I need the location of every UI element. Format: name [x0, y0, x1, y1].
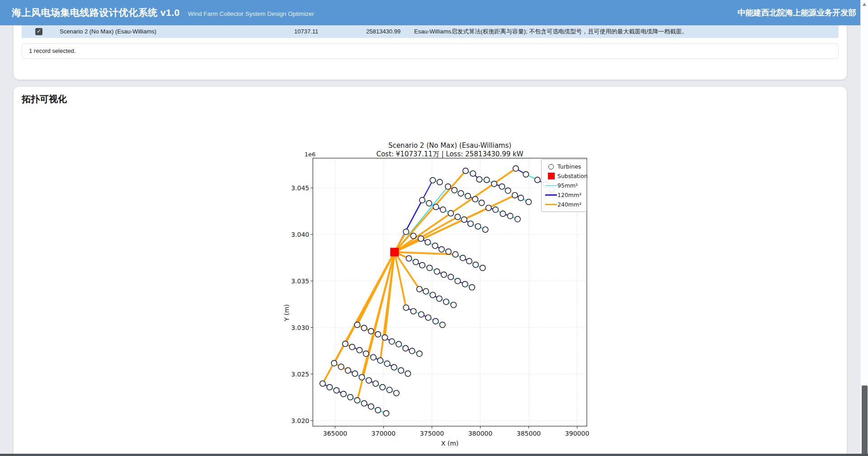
turbine-marker: [418, 236, 424, 241]
turbine-marker: [340, 391, 346, 397]
turbine-marker: [357, 348, 362, 353]
turbine-marker: [499, 184, 505, 189]
scenario-cost-cell: 10737.11: [221, 25, 318, 38]
turbine-marker: [512, 193, 518, 198]
turbine-marker: [380, 385, 385, 390]
turbine-marker: [523, 172, 528, 177]
turbine-marker: [417, 351, 422, 356]
turbine-marker: [473, 262, 478, 268]
x-tick-label: 375000: [411, 429, 452, 437]
turbine-marker: [359, 374, 364, 380]
turbine-marker: [361, 325, 367, 331]
turbine-marker: [394, 390, 399, 395]
turbine-marker: [437, 179, 443, 185]
turbine-marker: [433, 319, 438, 324]
row-checkbox-checked-icon[interactable]: [35, 28, 42, 35]
turbine-marker: [373, 381, 378, 386]
turbine-marker: [348, 395, 353, 400]
window-bottom-edge: [0, 454, 868, 456]
topology-chart: Scenario 2 (No Max) (Esau-Williams) Cost…: [267, 138, 628, 456]
legend-item: 240mm²: [545, 200, 583, 209]
app-subtitle: Wind Farm Collector System Design Optimi…: [188, 10, 314, 17]
legend-item: Turbines: [545, 162, 583, 171]
turbine-marker: [338, 364, 344, 369]
turbine-marker: [445, 184, 451, 189]
turbine-marker: [455, 214, 460, 220]
turbine-marker: [334, 388, 339, 393]
turbine-marker: [440, 322, 445, 328]
records-selected-text: 1 record selected.: [22, 44, 838, 58]
turbine-marker: [417, 287, 422, 292]
turbine-marker: [465, 193, 471, 199]
legend-label: Substation: [557, 173, 588, 179]
legend-label: Turbines: [557, 163, 581, 170]
turbine-marker: [518, 195, 524, 201]
turbine-marker: [436, 296, 442, 301]
turbine-marker: [430, 178, 435, 183]
turbine-marker: [452, 188, 457, 193]
turbine-marker: [371, 354, 376, 360]
turbine-marker: [472, 197, 478, 202]
turbine-marker: [343, 341, 348, 347]
turbine-marker: [420, 197, 425, 203]
scenario-name-cell: Scenario 2 (No Max) (Esau-Williams): [60, 25, 156, 38]
turbine-marker: [430, 292, 435, 297]
turbine-marker: [443, 299, 449, 305]
turbine-marker: [470, 171, 476, 176]
turbine-marker: [389, 338, 395, 344]
turbine-marker: [413, 259, 418, 265]
topology-card: 拓扑可视化 Scenario 2 (No Max) (Esau-Williams…: [14, 87, 847, 456]
x-tick-label: 385000: [509, 429, 549, 437]
turbine-marker: [382, 335, 387, 340]
x-tick-label: 390000: [557, 429, 598, 437]
legend-label: 240mm²: [557, 201, 581, 208]
legend-item: 95mm²: [545, 181, 583, 190]
cable-legend-icon-120: [545, 194, 557, 195]
turbine-marker: [403, 305, 409, 310]
x-tick-label: 365000: [315, 429, 355, 437]
turbine-marker: [354, 398, 360, 403]
turbine-marker: [391, 364, 396, 370]
turbine-marker: [320, 381, 325, 386]
scrollbar-thumb[interactable]: [862, 385, 868, 456]
y-tick-label: 3.035: [281, 277, 309, 285]
turbine-marker: [462, 282, 467, 287]
scenario-table-row[interactable]: Scenario 2 (No Max) (Esau-Williams) 1073…: [22, 25, 839, 38]
turbine-marker: [491, 181, 497, 187]
turbine-marker: [468, 221, 473, 226]
turbine-marker: [513, 166, 519, 171]
turbine-marker: [331, 360, 337, 366]
turbine-marker: [433, 204, 439, 210]
turbine-marker: [387, 387, 392, 392]
turbine-marker: [448, 274, 453, 280]
page-scrollbar[interactable]: [860, 0, 868, 456]
organization-label: 中能建西北院海上能源业务开发部: [738, 7, 857, 18]
turbine-marker: [484, 177, 489, 183]
turbine-marker: [486, 205, 491, 211]
turbine-marker: [505, 188, 510, 193]
y-tick-label: 3.040: [281, 230, 309, 239]
turbine-marker: [403, 229, 409, 235]
turbine-marker: [467, 259, 472, 264]
turbine-marker: [480, 265, 485, 271]
cable-legend-icon-95: [545, 185, 557, 186]
turbine-marker: [460, 255, 465, 261]
legend-label: 120mm²: [557, 192, 581, 198]
scrollbar-up-arrow-icon[interactable]: [863, 3, 866, 6]
turbine-marker: [425, 315, 431, 320]
turbine-marker: [440, 207, 446, 212]
turbine-marker: [349, 344, 355, 350]
turbine-marker: [493, 207, 498, 212]
chart-subtitle: Cost: ¥10737.11万 | Loss: 25813430.99 kW: [313, 150, 587, 159]
x-tick-label: 380000: [460, 429, 500, 437]
turbine-marker: [405, 371, 410, 376]
records-selected-panel: 1 record selected.: [22, 43, 839, 59]
turbine-marker: [363, 351, 368, 356]
turbine-marker: [377, 357, 383, 363]
chart-legend: TurbinesSubstation95mm²120mm²240mm²: [541, 159, 587, 212]
app-title: 海上风电场集电线路设计优化系统 v1.0: [12, 6, 180, 19]
chart-title: Scenario 2 (No Max) (Esau-Williams): [313, 141, 587, 150]
turbine-marker: [439, 247, 444, 252]
turbine-marker: [406, 256, 411, 261]
turbine-marker: [461, 217, 467, 222]
